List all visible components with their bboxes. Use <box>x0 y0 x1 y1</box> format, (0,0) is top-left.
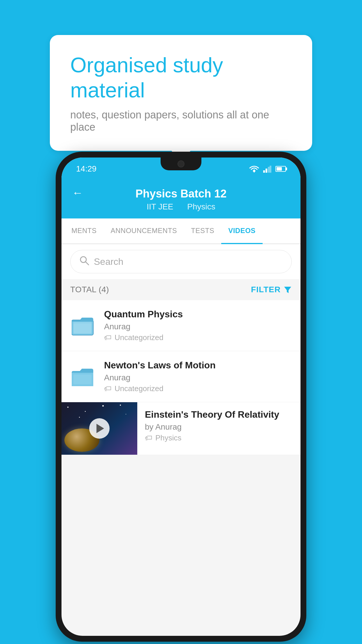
tag-icon: 🏷 <box>145 433 152 442</box>
battery-icon <box>275 166 286 172</box>
search-icon <box>79 256 89 268</box>
filter-button[interactable]: FILTER <box>251 285 292 294</box>
tag-label: Uncategorized <box>115 333 164 342</box>
tabs-bar: MENTS ANNOUNCEMENTS TESTS VIDEOS <box>61 218 301 244</box>
video-list: Quantum Physics Anurag 🏷 Uncategorized <box>61 300 301 455</box>
item-author: Anurag <box>104 373 292 382</box>
total-count-label: TOTAL (4) <box>70 285 109 294</box>
item-tag: 🏷 Physics <box>145 433 293 442</box>
subtitle-part2: Physics <box>187 202 215 211</box>
item-tag: 🏷 Uncategorized <box>104 384 292 393</box>
phone-screen: 14:29 <box>61 158 301 636</box>
search-input[interactable]: Search <box>70 250 292 273</box>
phone-mockup: 14:29 <box>56 152 306 642</box>
app-header: ← Physics Batch 12 IIT JEE Physics <box>61 178 301 218</box>
folder-icon-wrapper <box>70 363 96 390</box>
item-info: Quantum Physics Anurag 🏷 Uncategorized <box>104 309 292 342</box>
play-button[interactable] <box>89 418 110 439</box>
speech-bubble: Organised study material notes, question… <box>50 35 312 151</box>
subtitle-part1: IIT JEE <box>147 202 173 211</box>
status-icons <box>249 165 286 173</box>
item-info: Einstein's Theory Of Relativity by Anura… <box>137 402 301 449</box>
item-title: Newton's Laws of Motion <box>104 360 292 371</box>
tag-label: Physics <box>155 433 182 442</box>
item-author: by Anurag <box>145 422 293 432</box>
back-button[interactable]: ← <box>72 187 83 199</box>
filter-funnel-icon <box>284 286 292 294</box>
search-placeholder: Search <box>94 256 123 267</box>
tag-icon: 🏷 <box>104 384 112 393</box>
video-thumbnail <box>61 402 137 455</box>
tab-videos[interactable]: VIDEOS <box>221 218 263 244</box>
status-time: 14:29 <box>76 164 96 174</box>
search-container: Search <box>61 244 301 279</box>
filter-bar: TOTAL (4) FILTER <box>61 279 301 300</box>
item-title: Einstein's Theory Of Relativity <box>145 409 293 420</box>
bubble-subtitle: notes, question papers, solutions all at… <box>70 109 292 133</box>
item-title: Quantum Physics <box>104 309 292 320</box>
svg-rect-2 <box>266 169 267 173</box>
folder-icon <box>72 315 95 336</box>
tag-label: Uncategorized <box>115 384 164 393</box>
item-author: Anurag <box>104 322 292 331</box>
list-item[interactable]: Quantum Physics Anurag 🏷 Uncategorized <box>61 300 301 351</box>
svg-marker-0 <box>253 169 256 173</box>
tab-tests[interactable]: TESTS <box>184 218 221 244</box>
svg-rect-1 <box>263 170 265 173</box>
svg-rect-3 <box>268 167 270 173</box>
svg-marker-7 <box>284 287 291 293</box>
wifi-icon <box>249 165 259 173</box>
svg-rect-4 <box>270 166 271 173</box>
play-triangle-icon <box>96 424 104 433</box>
svg-rect-14 <box>73 374 92 384</box>
item-info: Newton's Laws of Motion Anurag 🏷 Uncateg… <box>104 360 292 393</box>
svg-rect-11 <box>73 323 92 334</box>
folder-icon-wrapper <box>70 312 96 339</box>
tab-ments[interactable]: MENTS <box>64 218 104 244</box>
signal-icon <box>263 165 271 173</box>
app-title: Physics Batch 12 <box>136 187 227 201</box>
folder-icon <box>72 366 95 387</box>
tab-announcements[interactable]: ANNOUNCEMENTS <box>104 218 184 244</box>
phone-camera <box>178 160 184 167</box>
list-item-einstein[interactable]: Einstein's Theory Of Relativity by Anura… <box>61 402 301 455</box>
item-tag: 🏷 Uncategorized <box>104 333 292 342</box>
tag-icon: 🏷 <box>104 333 112 342</box>
filter-label: FILTER <box>251 285 281 294</box>
bubble-title: Organised study material <box>70 52 292 103</box>
phone-notch <box>161 158 201 170</box>
phone-outer: 14:29 <box>56 152 306 642</box>
top-section: Organised study material notes, question… <box>0 0 362 151</box>
app-subtitle: IIT JEE Physics <box>144 202 218 211</box>
list-item[interactable]: Newton's Laws of Motion Anurag 🏷 Uncateg… <box>61 351 301 402</box>
svg-line-6 <box>85 262 89 265</box>
